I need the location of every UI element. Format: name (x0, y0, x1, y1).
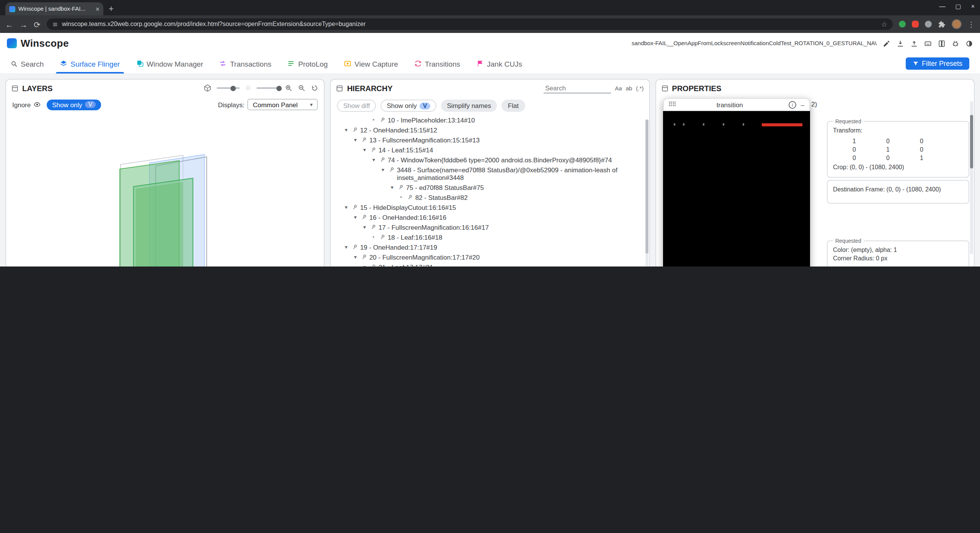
tab-jank-cujs[interactable]: Jank CUJs (476, 54, 522, 74)
match-word-icon[interactable]: ab (626, 85, 632, 92)
tree-row[interactable]: ▾12 - OneHanded:15:15#12 (331, 125, 649, 135)
spacing-control-icon[interactable] (245, 84, 252, 92)
tree-node-label[interactable]: 15 - HideDisplayCutout:16:16#15 (360, 203, 456, 211)
expand-arrow-icon[interactable]: ▾ (363, 263, 370, 266)
edit-icon[interactable] (883, 39, 890, 47)
panel-collapse-icon[interactable] (661, 85, 668, 92)
window-minimize-icon[interactable]: — (939, 3, 946, 10)
tree-node-label[interactable]: 17 - FullscreenMagnification:16:16#17 (379, 223, 489, 231)
bookmark-star-icon[interactable]: ☆ (881, 20, 887, 28)
tree-node-label[interactable]: 20 - FullscreenMagnification:17:17#20 (369, 253, 480, 261)
new-tab-button[interactable]: + (109, 5, 114, 13)
regex-icon[interactable]: (.*) (636, 85, 644, 92)
pin-icon[interactable] (379, 156, 388, 163)
displays-select[interactable]: Common Panel ▾ (247, 99, 318, 110)
tree-node-label[interactable]: 82 - StatusBar#82 (415, 193, 468, 201)
window-close-icon[interactable]: × (971, 3, 975, 10)
browser-tab[interactable]: Winscope | sandbox-FAI... × (5, 2, 103, 15)
extension-icon-youtube[interactable] (912, 21, 919, 28)
spacing-slider[interactable] (257, 87, 280, 89)
tree-node-label[interactable]: 16 - OneHanded:16:16#16 (369, 213, 446, 221)
simplify-names-toggle[interactable]: Simplify names (441, 100, 497, 112)
upload-icon[interactable] (910, 39, 918, 47)
dark-mode-icon[interactable] (965, 39, 973, 47)
tree-node-label[interactable]: 14 - Leaf:15:15#14 (379, 146, 433, 154)
tree-node-label[interactable]: 3448 - Surface(name=ed70f88 StatusBar)/@… (397, 166, 645, 181)
pin-icon[interactable] (370, 223, 379, 231)
browser-menu-icon[interactable]: ⋮ (968, 20, 975, 28)
tab-close-icon[interactable]: × (95, 6, 100, 12)
tree-row[interactable]: •82 - StatusBar#82 (331, 192, 649, 202)
tree-row[interactable]: ▾17 - FullscreenMagnification:16:16#17 (331, 222, 649, 232)
properties-scrollbar[interactable] (970, 101, 973, 254)
tree-node-label[interactable]: 21 - Leaf:17:17#21 (379, 263, 433, 266)
back-icon[interactable]: ← (5, 20, 13, 28)
layers-show-only-button[interactable]: Show only V (47, 99, 101, 110)
pin-icon[interactable] (361, 253, 369, 260)
expand-arrow-icon[interactable]: ▾ (354, 213, 361, 221)
layers-3d-canvas[interactable]: ScreenDecorOverlayBottom#61ScreenDecorOv… (6, 113, 324, 266)
profile-avatar[interactable] (952, 19, 962, 29)
tab-transitions[interactable]: Transitions (414, 54, 460, 74)
show-diff-toggle[interactable]: Show diff (337, 100, 376, 112)
expand-arrow-icon[interactable]: ▾ (345, 243, 352, 251)
forward-icon[interactable]: → (20, 20, 28, 28)
shortcuts-icon[interactable] (924, 39, 932, 47)
expand-arrow-icon[interactable]: ▾ (363, 146, 370, 154)
tree-row[interactable]: ▾75 - ed70f88 StatusBar#75 (331, 182, 649, 192)
tree-row[interactable]: ▾21 - Leaf:17:17#21 (331, 262, 649, 266)
tab-search[interactable]: Search (11, 54, 44, 74)
tab-view-capture[interactable]: View Capture (344, 54, 398, 74)
url-bar[interactable]: winscope.teams.x20web.corp.google.com/pr… (47, 18, 893, 30)
tab-surface-flinger[interactable]: Surface Flinger (60, 54, 120, 74)
screenshot-overlay-window[interactable]: ⠿⠿ transition i – (663, 98, 810, 266)
tree-row[interactable]: •18 - Leaf:16:16#18 (331, 232, 649, 242)
ignore-toggle[interactable]: Ignore (12, 101, 41, 108)
tree-row[interactable]: ▾16 - OneHanded:16:16#16 (331, 212, 649, 222)
reset-view-icon[interactable] (311, 84, 319, 92)
info-icon[interactable]: i (789, 101, 796, 108)
tree-node-label[interactable]: 12 - OneHanded:15:15#12 (360, 126, 437, 134)
expand-arrow-icon[interactable]: ▾ (372, 156, 379, 163)
tree-row[interactable]: ▾20 - FullscreenMagnification:17:17#20 (331, 252, 649, 262)
pin-icon[interactable] (379, 233, 388, 240)
tree-row[interactable]: ▾19 - OneHanded:17:17#19 (331, 242, 649, 252)
tree-node-label[interactable]: 75 - ed70f88 StatusBar#75 (406, 183, 484, 191)
expand-arrow-icon[interactable]: ▾ (382, 166, 389, 173)
zoom-out-icon[interactable] (298, 84, 306, 92)
pin-icon[interactable] (407, 193, 415, 201)
pin-icon[interactable] (389, 166, 397, 173)
tree-node-label[interactable]: 18 - Leaf:16:16#18 (388, 233, 443, 241)
panel-collapse-icon[interactable] (336, 85, 343, 92)
tab-window-manager[interactable]: Window Manager (136, 54, 203, 74)
extensions-puzzle-icon[interactable] (938, 20, 946, 28)
hierarchy-search-input[interactable] (544, 83, 611, 93)
expand-arrow-icon[interactable]: ▾ (391, 183, 398, 191)
overlay-titlebar[interactable]: ⠿⠿ transition i – (663, 98, 810, 111)
pin-icon[interactable] (352, 126, 360, 133)
expand-arrow-icon[interactable]: ▾ (354, 253, 361, 261)
3d-view-icon[interactable] (204, 84, 212, 92)
pin-icon[interactable] (398, 183, 406, 191)
show-only-toggle[interactable]: Show only V (381, 100, 436, 112)
pin-icon[interactable] (361, 213, 369, 221)
pin-icon[interactable] (370, 146, 379, 153)
flat-toggle[interactable]: Flat (502, 100, 525, 112)
zoom-in-icon[interactable] (285, 84, 293, 92)
tree-row[interactable]: ▾15 - HideDisplayCutout:16:16#15 (331, 202, 649, 212)
tree-row[interactable]: ▾3448 - Surface(name=ed70f88 StatusBar)/… (331, 165, 649, 182)
reload-icon[interactable]: ⟳ (34, 20, 41, 28)
extension-icon-green[interactable] (899, 21, 906, 28)
url-text[interactable]: winscope.teams.x20web.corp.google.com/pr… (62, 21, 877, 28)
filter-presets-button[interactable]: Filter Presets (906, 57, 969, 70)
report-bug-icon[interactable] (952, 39, 959, 47)
tree-row[interactable]: ▾14 - Leaf:15:15#14 (331, 145, 649, 155)
extension-icon-gray[interactable] (925, 21, 932, 28)
pin-icon[interactable] (379, 116, 388, 123)
expand-arrow-icon[interactable]: ▾ (345, 203, 352, 211)
match-case-icon[interactable]: Aa (615, 85, 622, 92)
pin-icon[interactable] (361, 136, 369, 143)
pin-icon[interactable] (352, 203, 360, 211)
documentation-icon[interactable] (938, 39, 946, 47)
tree-row[interactable]: •10 - ImePlaceholder:13:14#10 (331, 115, 649, 125)
